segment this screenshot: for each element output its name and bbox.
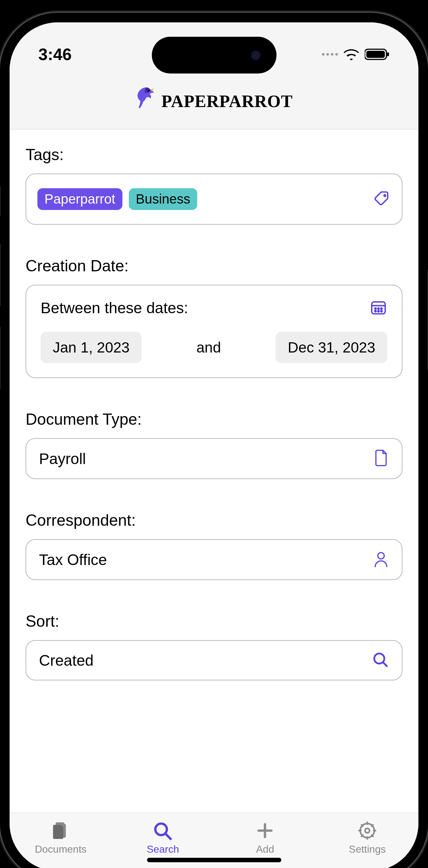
search-form: Tags: Paperparrot Business Creation Date… bbox=[9, 129, 419, 813]
battery-icon bbox=[365, 49, 390, 60]
date-mode-label: Between these dates: bbox=[40, 299, 188, 317]
creation-date-field: Between these dates: Jan 1, 2023 and Dec… bbox=[26, 285, 402, 378]
tag-chip-paperparrot[interactable]: Paperparrot bbox=[37, 188, 122, 210]
app-header: PAPERPARROT bbox=[9, 80, 419, 129]
camera-dot bbox=[251, 51, 261, 60]
tab-settings[interactable]: Settings bbox=[316, 821, 419, 855]
doctype-field[interactable]: Payroll bbox=[26, 438, 402, 479]
svg-point-10 bbox=[375, 311, 376, 312]
tab-documents-label: Documents bbox=[35, 843, 87, 855]
volume-up-button bbox=[0, 243, 1, 307]
calendar-icon[interactable] bbox=[369, 298, 388, 317]
svg-point-4 bbox=[384, 195, 386, 196]
svg-rect-2 bbox=[387, 53, 389, 56]
svg-line-28 bbox=[372, 825, 373, 826]
svg-point-11 bbox=[378, 311, 379, 312]
svg-point-7 bbox=[375, 308, 376, 309]
tag-icon bbox=[373, 190, 391, 208]
tab-search-label: Search bbox=[147, 843, 179, 855]
sort-value: Created bbox=[39, 652, 94, 669]
cellular-dots-icon bbox=[322, 53, 338, 56]
gear-icon bbox=[357, 821, 377, 840]
side-button bbox=[0, 185, 1, 217]
svg-line-15 bbox=[383, 662, 387, 666]
plus-icon bbox=[255, 821, 275, 840]
creation-date-label: Creation Date: bbox=[26, 257, 402, 275]
svg-rect-1 bbox=[366, 51, 385, 58]
svg-line-29 bbox=[362, 835, 363, 836]
svg-point-8 bbox=[378, 308, 379, 309]
correspondent-value: Tax Office bbox=[39, 551, 107, 568]
tab-settings-label: Settings bbox=[349, 843, 386, 855]
tags-field[interactable]: Paperparrot Business bbox=[26, 174, 402, 225]
sort-label: Sort: bbox=[26, 612, 402, 630]
date-and-label: and bbox=[196, 339, 221, 356]
search-icon bbox=[372, 651, 389, 670]
svg-line-26 bbox=[362, 825, 363, 826]
dynamic-island bbox=[152, 37, 276, 73]
status-time: 3:46 bbox=[38, 45, 71, 64]
tab-add-label: Add bbox=[256, 843, 274, 855]
volume-down-button bbox=[0, 326, 1, 390]
tag-chip-business[interactable]: Business bbox=[129, 188, 197, 210]
parrot-logo-icon bbox=[135, 86, 158, 116]
tab-add[interactable]: Add bbox=[214, 821, 316, 855]
svg-point-12 bbox=[381, 311, 382, 312]
person-icon bbox=[373, 550, 389, 569]
document-icon bbox=[373, 449, 389, 468]
tab-documents[interactable]: Documents bbox=[9, 821, 112, 855]
correspondent-field[interactable]: Tax Office bbox=[26, 539, 402, 580]
date-row: Jan 1, 2023 and Dec 31, 2023 bbox=[40, 332, 388, 363]
phone-screen: 3:46 bbox=[9, 22, 419, 868]
svg-point-9 bbox=[381, 308, 382, 309]
tab-search[interactable]: Search bbox=[112, 821, 214, 855]
svg-point-21 bbox=[365, 828, 369, 833]
wifi-icon bbox=[344, 49, 359, 60]
tags-label: Tags: bbox=[26, 146, 402, 164]
doctype-label: Document Type: bbox=[26, 410, 402, 429]
correspondent-label: Correspondent: bbox=[26, 511, 402, 530]
svg-point-13 bbox=[378, 553, 384, 559]
svg-line-27 bbox=[372, 835, 373, 836]
status-icons bbox=[322, 49, 390, 60]
date-from-button[interactable]: Jan 1, 2023 bbox=[40, 332, 142, 363]
doctype-value: Payroll bbox=[39, 450, 86, 468]
home-indicator[interactable] bbox=[147, 858, 281, 862]
date-to-button[interactable]: Dec 31, 2023 bbox=[276, 332, 388, 363]
svg-point-3 bbox=[148, 90, 150, 92]
sort-field[interactable]: Created bbox=[26, 640, 402, 680]
tags-row: Paperparrot Business bbox=[37, 188, 197, 210]
phone-frame: 3:46 bbox=[0, 13, 428, 868]
app-title: PAPERPARROT bbox=[161, 91, 293, 111]
search-tab-icon bbox=[153, 821, 173, 840]
date-header: Between these dates: bbox=[40, 298, 388, 317]
documents-icon bbox=[51, 821, 71, 840]
svg-line-17 bbox=[165, 834, 171, 839]
